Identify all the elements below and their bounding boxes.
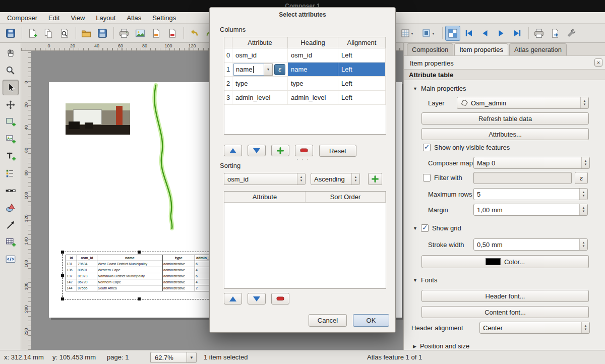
export-atlas-icon[interactable] bbox=[548, 26, 563, 41]
add-map-icon[interactable] bbox=[3, 114, 19, 130]
atlas-preview-icon[interactable] bbox=[445, 26, 460, 41]
show-visible-checkbox[interactable] bbox=[423, 144, 431, 151]
atlas-last-feature-icon[interactable] bbox=[510, 26, 525, 41]
pan-icon[interactable] bbox=[3, 45, 19, 61]
combo-arrows-icon[interactable]: ▲▼ bbox=[581, 157, 589, 168]
reset-button[interactable]: Reset bbox=[319, 145, 356, 157]
selection-handle[interactable] bbox=[138, 251, 141, 254]
add-shape-icon[interactable] bbox=[3, 200, 19, 215]
add-image-icon[interactable] bbox=[3, 131, 19, 147]
combo-arrows-icon[interactable]: ▲▼ bbox=[581, 322, 589, 333]
section-position-size[interactable]: ▶Position and size bbox=[413, 342, 469, 350]
add-arrow-icon[interactable] bbox=[3, 217, 19, 232]
ok-button[interactable]: OK bbox=[353, 314, 389, 327]
move-column-up-button[interactable] bbox=[224, 145, 242, 156]
export-image-icon[interactable] bbox=[133, 26, 148, 41]
max-rows-spinbox[interactable]: 5 ▲▼ bbox=[473, 188, 588, 200]
export-svg-icon[interactable] bbox=[149, 26, 164, 41]
select-move-item-icon[interactable] bbox=[3, 80, 19, 95]
atlas-settings-icon[interactable] bbox=[564, 26, 579, 41]
columns-row-3[interactable]: 3 admin_level admin_level Left bbox=[224, 91, 386, 105]
grid-color-button[interactable]: Color... bbox=[421, 255, 589, 268]
zoom-icon[interactable] bbox=[3, 63, 19, 78]
spin-arrows-icon[interactable]: ▲▼ bbox=[579, 239, 587, 250]
composer-manager-icon[interactable] bbox=[57, 26, 72, 41]
new-composer-icon[interactable] bbox=[25, 26, 40, 41]
open-template-icon[interactable] bbox=[79, 26, 94, 41]
sort-order-combo[interactable]: Ascending ▲▼ bbox=[311, 173, 360, 185]
move-item-content-icon[interactable] bbox=[3, 97, 19, 112]
add-sort-button[interactable] bbox=[368, 173, 382, 185]
columns-table[interactable]: Attribute Heading Alignment 0 osm_id osm… bbox=[224, 37, 386, 135]
attribute-edit-input[interactable]: name bbox=[233, 64, 264, 76]
close-panel-icon[interactable]: × bbox=[594, 58, 602, 67]
add-scalebar-icon[interactable] bbox=[3, 183, 19, 198]
content-font-button[interactable]: Content font... bbox=[421, 306, 589, 318]
section-fonts[interactable]: ▼Fonts bbox=[413, 276, 437, 284]
map-item-line[interactable] bbox=[140, 82, 200, 233]
menu-view[interactable]: View bbox=[66, 13, 90, 23]
refresh-table-button[interactable]: Refresh table data bbox=[421, 112, 589, 125]
move-sort-down-button[interactable] bbox=[248, 293, 266, 305]
columns-row-1[interactable]: 1 name ▼ ε name Left bbox=[224, 63, 386, 77]
section-main-properties[interactable]: ▼Main properties bbox=[413, 85, 466, 92]
columns-row-2[interactable]: 2 type type Left bbox=[224, 77, 386, 91]
view-options-icon[interactable]: ▼ bbox=[397, 26, 417, 41]
selection-handle[interactable] bbox=[61, 251, 64, 254]
expression-button[interactable]: ε bbox=[274, 64, 285, 75]
stroke-width-spinbox[interactable]: 0,50 mm ▲▼ bbox=[473, 238, 588, 251]
spin-arrows-icon[interactable]: ▲▼ bbox=[579, 189, 587, 200]
remove-sort-button[interactable] bbox=[271, 293, 289, 305]
remove-column-button[interactable] bbox=[295, 145, 313, 156]
header-font-button[interactable]: Header font... bbox=[421, 290, 589, 302]
add-column-button[interactable] bbox=[271, 145, 289, 156]
selection-handle[interactable] bbox=[61, 274, 64, 277]
menu-edit[interactable]: Edit bbox=[43, 13, 65, 23]
sorting-table[interactable]: Attribute Sort Order bbox=[224, 191, 386, 289]
print-atlas-icon[interactable] bbox=[531, 26, 547, 41]
move-sort-up-button[interactable] bbox=[224, 293, 242, 305]
menu-layout[interactable]: Layout bbox=[91, 13, 120, 23]
filter-expression-button[interactable]: ε bbox=[575, 172, 588, 184]
menu-settings[interactable]: Settings bbox=[147, 13, 181, 23]
tab-composition[interactable]: Composition bbox=[407, 43, 453, 55]
attributes-button[interactable]: Attributes... bbox=[421, 128, 589, 140]
composer-map-combo[interactable]: Map 0 ▲▼ bbox=[473, 157, 590, 169]
atlas-previous-feature-icon[interactable] bbox=[477, 26, 493, 41]
combo-arrows-icon[interactable]: ▲▼ bbox=[351, 173, 359, 185]
columns-row-0[interactable]: 0 osm_id osm_id Left bbox=[224, 48, 386, 63]
atlas-next-feature-icon[interactable] bbox=[494, 26, 509, 41]
add-html-icon[interactable] bbox=[3, 251, 19, 267]
menu-composer[interactable]: Composer bbox=[2, 13, 42, 23]
atlas-first-feature-icon[interactable] bbox=[461, 26, 476, 41]
filter-checkbox[interactable] bbox=[423, 174, 431, 181]
save-project-icon[interactable] bbox=[3, 26, 18, 41]
combo-arrows-icon[interactable]: ▲▼ bbox=[297, 173, 305, 185]
cancel-button[interactable]: Cancel bbox=[309, 314, 347, 327]
add-legend-icon[interactable] bbox=[3, 165, 19, 181]
export-pdf-icon[interactable] bbox=[165, 26, 180, 41]
show-grid-checkbox[interactable] bbox=[421, 224, 429, 232]
sort-attribute-combo[interactable]: osm_id ▲▼ bbox=[224, 173, 306, 185]
print-icon[interactable] bbox=[116, 26, 132, 41]
attribute-table-item[interactable]: id osm_id name type admin_le 13179634Wes… bbox=[66, 255, 213, 291]
margin-spinbox[interactable]: 1,00 mm ▲▼ bbox=[473, 204, 588, 216]
section-show-grid[interactable]: ▼Show grid bbox=[413, 224, 461, 232]
zoom-combo[interactable]: 62.7% ▼ bbox=[150, 352, 197, 363]
selection-handle[interactable] bbox=[61, 297, 64, 300]
attribute-edit-dropdown-icon[interactable]: ▼ bbox=[264, 64, 273, 76]
menu-atlas[interactable]: Atlas bbox=[122, 13, 146, 23]
item-options-icon[interactable]: ▼ bbox=[418, 26, 439, 41]
zoom-dropdown-icon[interactable]: ▼ bbox=[187, 352, 197, 363]
selection-handle[interactable] bbox=[138, 297, 141, 300]
combo-arrows-icon[interactable]: ▲▼ bbox=[580, 97, 588, 108]
spin-arrows-icon[interactable]: ▲▼ bbox=[579, 204, 587, 215]
duplicate-composer-icon[interactable] bbox=[41, 26, 56, 41]
save-template-icon[interactable] bbox=[95, 26, 110, 41]
image-item[interactable] bbox=[66, 103, 130, 135]
tab-item-properties[interactable]: Item properties bbox=[454, 43, 508, 55]
undo-icon[interactable] bbox=[187, 26, 202, 41]
move-column-down-button[interactable] bbox=[248, 145, 266, 156]
add-label-icon[interactable] bbox=[3, 148, 19, 164]
header-alignment-combo[interactable]: Center ▲▼ bbox=[479, 322, 590, 334]
